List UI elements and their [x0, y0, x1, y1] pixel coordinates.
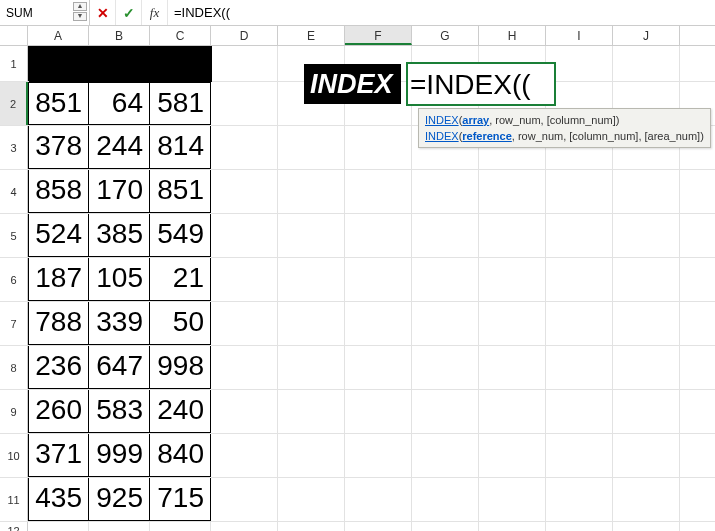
- cell-B6[interactable]: 105: [89, 258, 150, 301]
- cell-D2[interactable]: [211, 82, 278, 125]
- cell-D4[interactable]: [211, 170, 278, 213]
- cell-D9[interactable]: [211, 390, 278, 433]
- cell-J7[interactable]: [613, 302, 680, 345]
- cell-F7[interactable]: [345, 302, 412, 345]
- cell-A9[interactable]: 260: [28, 390, 89, 433]
- cell-I4[interactable]: [546, 170, 613, 213]
- cell-H10[interactable]: [479, 434, 546, 477]
- cell-C5[interactable]: 549: [150, 214, 211, 257]
- cell-J4[interactable]: [613, 170, 680, 213]
- cell-B2[interactable]: 64: [89, 82, 150, 125]
- cell-H12[interactable]: [479, 522, 546, 531]
- cell-E5[interactable]: [278, 214, 345, 257]
- cell-E9[interactable]: [278, 390, 345, 433]
- name-box-stepper[interactable]: ▲ ▼: [73, 2, 87, 21]
- cell-J1[interactable]: [613, 46, 680, 81]
- cell-G8[interactable]: [412, 346, 479, 389]
- cell-D11[interactable]: [211, 478, 278, 521]
- col-header-G[interactable]: G: [412, 26, 479, 45]
- cell-B5[interactable]: 385: [89, 214, 150, 257]
- cell-C2[interactable]: 581: [150, 82, 211, 125]
- cell-C3[interactable]: 814: [150, 126, 211, 169]
- cell-E11[interactable]: [278, 478, 345, 521]
- cell-C12[interactable]: [150, 522, 211, 531]
- cell-A7[interactable]: 788: [28, 302, 89, 345]
- cell-A5[interactable]: 524: [28, 214, 89, 257]
- col-header-J[interactable]: J: [613, 26, 680, 45]
- formula-input[interactable]: =INDEX((: [168, 0, 715, 25]
- cell-E10[interactable]: [278, 434, 345, 477]
- cell-C7[interactable]: 50: [150, 302, 211, 345]
- fx-button[interactable]: fx: [142, 0, 168, 25]
- cell-J5[interactable]: [613, 214, 680, 257]
- cell-C6[interactable]: 21: [150, 258, 211, 301]
- cell-I12[interactable]: [546, 522, 613, 531]
- cell-A4[interactable]: 858: [28, 170, 89, 213]
- tooltip-line-1[interactable]: INDEX(array, row_num, [column_num]): [425, 112, 704, 128]
- cell-E6[interactable]: [278, 258, 345, 301]
- cell-E8[interactable]: [278, 346, 345, 389]
- cell-G11[interactable]: [412, 478, 479, 521]
- cell-G7[interactable]: [412, 302, 479, 345]
- select-all-corner[interactable]: [0, 26, 28, 45]
- cell-B8[interactable]: 647: [89, 346, 150, 389]
- stepper-down-icon[interactable]: ▼: [73, 12, 87, 21]
- row-header-3[interactable]: 3: [0, 126, 28, 169]
- cell-D10[interactable]: [211, 434, 278, 477]
- cell-H5[interactable]: [479, 214, 546, 257]
- row-header-5[interactable]: 5: [0, 214, 28, 257]
- row-header-7[interactable]: 7: [0, 302, 28, 345]
- col-header-I[interactable]: I: [546, 26, 613, 45]
- cell-I9[interactable]: [546, 390, 613, 433]
- col-header-C[interactable]: C: [150, 26, 211, 45]
- cell-B12[interactable]: [89, 522, 150, 531]
- cell-G5[interactable]: [412, 214, 479, 257]
- cell-D6[interactable]: [211, 258, 278, 301]
- cell-B9[interactable]: 583: [89, 390, 150, 433]
- cell-F9[interactable]: [345, 390, 412, 433]
- active-edit-cell[interactable]: =INDEX((: [406, 62, 556, 106]
- cell-E7[interactable]: [278, 302, 345, 345]
- cell-J10[interactable]: [613, 434, 680, 477]
- cell-E3[interactable]: [278, 126, 345, 169]
- row-header-10[interactable]: 10: [0, 434, 28, 477]
- row-header-1[interactable]: 1: [0, 46, 28, 81]
- cell-C11[interactable]: 715: [150, 478, 211, 521]
- cell-C10[interactable]: 840: [150, 434, 211, 477]
- name-box[interactable]: SUM ▲ ▼: [0, 0, 90, 25]
- cell-I1[interactable]: [546, 46, 613, 81]
- col-header-H[interactable]: H: [479, 26, 546, 45]
- cell-F12[interactable]: [345, 522, 412, 531]
- cell-G12[interactable]: [412, 522, 479, 531]
- cell-A3[interactable]: 378: [28, 126, 89, 169]
- cell-C9[interactable]: 240: [150, 390, 211, 433]
- cell-G6[interactable]: [412, 258, 479, 301]
- cell-D8[interactable]: [211, 346, 278, 389]
- row-header-6[interactable]: 6: [0, 258, 28, 301]
- cell-I10[interactable]: [546, 434, 613, 477]
- row-header-2[interactable]: 2: [0, 82, 28, 125]
- cell-D1[interactable]: [211, 46, 278, 81]
- cell-H8[interactable]: [479, 346, 546, 389]
- cell-F3[interactable]: [345, 126, 412, 169]
- cell-F10[interactable]: [345, 434, 412, 477]
- cell-F4[interactable]: [345, 170, 412, 213]
- cell-D7[interactable]: [211, 302, 278, 345]
- tooltip-line-2[interactable]: INDEX(reference, row_num, [column_num], …: [425, 128, 704, 144]
- cell-I5[interactable]: [546, 214, 613, 257]
- row-header-12[interactable]: 12: [0, 522, 28, 531]
- col-header-E[interactable]: E: [278, 26, 345, 45]
- col-header-D[interactable]: D: [211, 26, 278, 45]
- stepper-up-icon[interactable]: ▲: [73, 2, 87, 11]
- cell-J12[interactable]: [613, 522, 680, 531]
- cell-J6[interactable]: [613, 258, 680, 301]
- cell-D5[interactable]: [211, 214, 278, 257]
- cell-J9[interactable]: [613, 390, 680, 433]
- cell-B10[interactable]: 999: [89, 434, 150, 477]
- cell-E12[interactable]: [278, 522, 345, 531]
- cell-A10[interactable]: 371: [28, 434, 89, 477]
- cell-B11[interactable]: 925: [89, 478, 150, 521]
- row-header-8[interactable]: 8: [0, 346, 28, 389]
- cell-J11[interactable]: [613, 478, 680, 521]
- cell-J8[interactable]: [613, 346, 680, 389]
